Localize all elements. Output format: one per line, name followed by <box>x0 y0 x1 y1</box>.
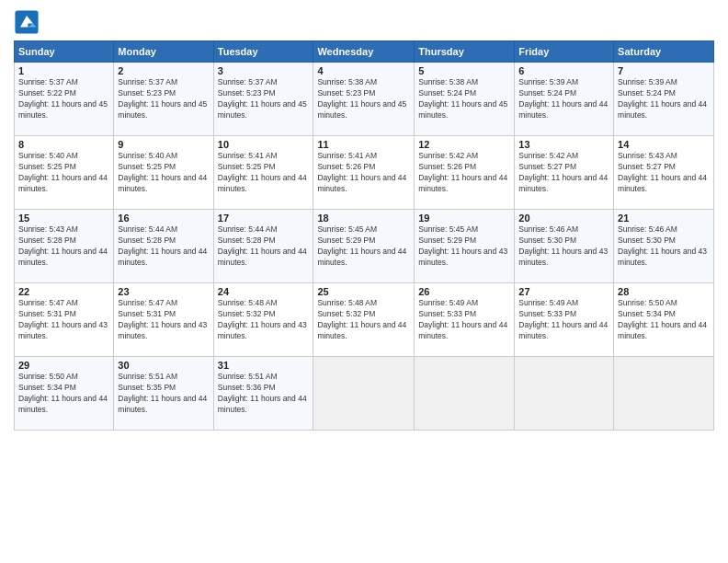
calendar-cell: 28 Sunrise: 5:50 AMSunset: 5:34 PMDaylig… <box>614 283 714 357</box>
day-number: 25 <box>317 286 410 297</box>
day-info: Sunrise: 5:51 AMSunset: 5:36 PMDaylight:… <box>218 372 307 414</box>
day-info: Sunrise: 5:49 AMSunset: 5:33 PMDaylight:… <box>418 298 507 340</box>
calendar-cell: 11 Sunrise: 5:41 AMSunset: 5:26 PMDaylig… <box>313 136 415 210</box>
calendar-cell: 23 Sunrise: 5:47 AMSunset: 5:31 PMDaylig… <box>114 283 213 357</box>
calendar-dow-friday: Friday <box>515 41 614 63</box>
day-info: Sunrise: 5:42 AMSunset: 5:26 PMDaylight:… <box>418 151 507 193</box>
day-info: Sunrise: 5:46 AMSunset: 5:30 PMDaylight:… <box>518 224 608 267</box>
day-number: 1 <box>18 65 109 76</box>
day-info: Sunrise: 5:41 AMSunset: 5:25 PMDaylight:… <box>218 151 307 193</box>
day-info: Sunrise: 5:47 AMSunset: 5:31 PMDaylight:… <box>118 298 207 340</box>
day-info: Sunrise: 5:38 AMSunset: 5:23 PMDaylight:… <box>317 77 406 120</box>
day-number: 26 <box>418 286 510 297</box>
calendar-dow-monday: Monday <box>114 41 213 63</box>
calendar-dow-thursday: Thursday <box>415 41 515 63</box>
calendar-table: SundayMondayTuesdayWednesdayThursdayFrid… <box>14 40 714 431</box>
calendar-cell <box>515 357 614 431</box>
day-info: Sunrise: 5:45 AMSunset: 5:29 PMDaylight:… <box>317 224 406 267</box>
logo-icon <box>14 9 40 35</box>
day-number: 30 <box>118 360 209 371</box>
calendar-cell: 24 Sunrise: 5:48 AMSunset: 5:32 PMDaylig… <box>213 283 313 357</box>
day-info: Sunrise: 5:39 AMSunset: 5:24 PMDaylight:… <box>618 77 707 120</box>
calendar-cell: 9 Sunrise: 5:40 AMSunset: 5:25 PMDayligh… <box>114 136 213 210</box>
day-number: 31 <box>218 360 310 371</box>
calendar-cell: 29 Sunrise: 5:50 AMSunset: 5:34 PMDaylig… <box>15 357 114 431</box>
day-info: Sunrise: 5:50 AMSunset: 5:34 PMDaylight:… <box>18 372 108 414</box>
day-number: 27 <box>518 286 609 297</box>
day-info: Sunrise: 5:42 AMSunset: 5:27 PMDaylight:… <box>518 151 608 193</box>
calendar-dow-tuesday: Tuesday <box>213 41 313 63</box>
calendar-cell: 2 Sunrise: 5:37 AMSunset: 5:23 PMDayligh… <box>114 63 213 136</box>
day-info: Sunrise: 5:43 AMSunset: 5:27 PMDaylight:… <box>618 151 707 193</box>
day-number: 22 <box>18 286 109 297</box>
calendar-cell: 19 Sunrise: 5:45 AMSunset: 5:29 PMDaylig… <box>415 210 515 283</box>
day-info: Sunrise: 5:48 AMSunset: 5:32 PMDaylight:… <box>317 298 406 340</box>
day-number: 11 <box>317 139 410 150</box>
day-number: 4 <box>317 65 410 76</box>
day-info: Sunrise: 5:45 AMSunset: 5:29 PMDaylight:… <box>418 224 507 267</box>
calendar-week-5: 29 Sunrise: 5:50 AMSunset: 5:34 PMDaylig… <box>15 357 714 431</box>
calendar-cell: 14 Sunrise: 5:43 AMSunset: 5:27 PMDaylig… <box>614 136 714 210</box>
day-info: Sunrise: 5:41 AMSunset: 5:26 PMDaylight:… <box>317 151 406 193</box>
calendar-week-2: 8 Sunrise: 5:40 AMSunset: 5:25 PMDayligh… <box>15 136 714 210</box>
calendar-week-4: 22 Sunrise: 5:47 AMSunset: 5:31 PMDaylig… <box>15 283 714 357</box>
day-info: Sunrise: 5:37 AMSunset: 5:22 PMDaylight:… <box>18 77 108 120</box>
calendar-cell: 10 Sunrise: 5:41 AMSunset: 5:25 PMDaylig… <box>213 136 313 210</box>
day-info: Sunrise: 5:46 AMSunset: 5:30 PMDaylight:… <box>618 224 707 267</box>
day-info: Sunrise: 5:38 AMSunset: 5:24 PMDaylight:… <box>418 77 507 120</box>
calendar-cell: 25 Sunrise: 5:48 AMSunset: 5:32 PMDaylig… <box>313 283 415 357</box>
day-number: 23 <box>118 286 209 297</box>
day-number: 18 <box>317 213 410 224</box>
day-number: 8 <box>18 139 109 150</box>
calendar-week-1: 1 Sunrise: 5:37 AMSunset: 5:22 PMDayligh… <box>15 63 714 136</box>
day-number: 15 <box>18 213 109 224</box>
day-number: 19 <box>418 213 510 224</box>
day-number: 16 <box>118 213 209 224</box>
calendar-cell <box>415 357 515 431</box>
day-number: 29 <box>18 360 109 371</box>
day-number: 28 <box>618 286 710 297</box>
calendar-cell: 27 Sunrise: 5:49 AMSunset: 5:33 PMDaylig… <box>515 283 614 357</box>
day-number: 13 <box>518 139 609 150</box>
logo <box>14 9 43 35</box>
day-number: 2 <box>118 65 209 76</box>
day-info: Sunrise: 5:39 AMSunset: 5:24 PMDaylight:… <box>518 77 608 120</box>
day-number: 9 <box>118 139 209 150</box>
calendar-header-row: SundayMondayTuesdayWednesdayThursdayFrid… <box>15 41 714 63</box>
day-info: Sunrise: 5:37 AMSunset: 5:23 PMDaylight:… <box>218 77 307 120</box>
calendar-cell: 15 Sunrise: 5:43 AMSunset: 5:28 PMDaylig… <box>15 210 114 283</box>
calendar-cell: 17 Sunrise: 5:44 AMSunset: 5:28 PMDaylig… <box>213 210 313 283</box>
day-number: 14 <box>618 139 710 150</box>
day-number: 17 <box>218 213 310 224</box>
calendar-cell: 16 Sunrise: 5:44 AMSunset: 5:28 PMDaylig… <box>114 210 213 283</box>
calendar-dow-sunday: Sunday <box>15 41 114 63</box>
calendar-cell: 20 Sunrise: 5:46 AMSunset: 5:30 PMDaylig… <box>515 210 614 283</box>
day-number: 20 <box>518 213 609 224</box>
calendar-cell <box>614 357 714 431</box>
calendar-dow-saturday: Saturday <box>614 41 714 63</box>
calendar-cell: 13 Sunrise: 5:42 AMSunset: 5:27 PMDaylig… <box>515 136 614 210</box>
day-info: Sunrise: 5:47 AMSunset: 5:31 PMDaylight:… <box>18 298 108 340</box>
calendar-cell: 21 Sunrise: 5:46 AMSunset: 5:30 PMDaylig… <box>614 210 714 283</box>
day-info: Sunrise: 5:40 AMSunset: 5:25 PMDaylight:… <box>18 151 108 193</box>
day-info: Sunrise: 5:48 AMSunset: 5:32 PMDaylight:… <box>218 298 307 340</box>
calendar-cell: 6 Sunrise: 5:39 AMSunset: 5:24 PMDayligh… <box>515 63 614 136</box>
day-info: Sunrise: 5:43 AMSunset: 5:28 PMDaylight:… <box>18 224 108 267</box>
calendar-cell <box>313 357 415 431</box>
calendar-cell: 22 Sunrise: 5:47 AMSunset: 5:31 PMDaylig… <box>15 283 114 357</box>
day-number: 10 <box>218 139 310 150</box>
day-info: Sunrise: 5:40 AMSunset: 5:25 PMDaylight:… <box>118 151 207 193</box>
calendar-cell: 30 Sunrise: 5:51 AMSunset: 5:35 PMDaylig… <box>114 357 213 431</box>
day-info: Sunrise: 5:51 AMSunset: 5:35 PMDaylight:… <box>118 372 207 414</box>
calendar-cell: 31 Sunrise: 5:51 AMSunset: 5:36 PMDaylig… <box>213 357 313 431</box>
day-number: 21 <box>618 213 710 224</box>
day-info: Sunrise: 5:44 AMSunset: 5:28 PMDaylight:… <box>218 224 307 267</box>
day-number: 24 <box>218 286 310 297</box>
calendar-cell: 5 Sunrise: 5:38 AMSunset: 5:24 PMDayligh… <box>415 63 515 136</box>
day-number: 7 <box>618 65 710 76</box>
calendar-cell: 7 Sunrise: 5:39 AMSunset: 5:24 PMDayligh… <box>614 63 714 136</box>
calendar-cell: 3 Sunrise: 5:37 AMSunset: 5:23 PMDayligh… <box>213 63 313 136</box>
calendar-cell: 1 Sunrise: 5:37 AMSunset: 5:22 PMDayligh… <box>15 63 114 136</box>
calendar-week-3: 15 Sunrise: 5:43 AMSunset: 5:28 PMDaylig… <box>15 210 714 283</box>
header <box>14 9 714 35</box>
